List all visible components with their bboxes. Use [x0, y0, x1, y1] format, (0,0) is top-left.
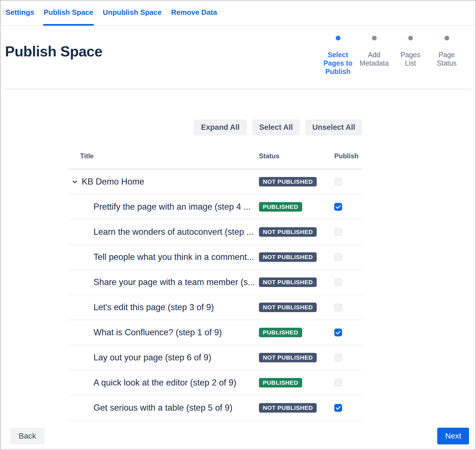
row-status-cell: NOT PUBLISHED [259, 353, 334, 362]
row-publish-cell [334, 303, 362, 311]
page-row-title: Learn the wonders of autoconvert (step .… [93, 227, 254, 237]
page-row-title: Lay out your page (step 6 of 9) [93, 353, 211, 363]
table-row: Lay out your page (step 6 of 9) NOT PUBL… [68, 345, 362, 370]
step-page-status: Page Status [432, 36, 461, 76]
step-label: Select Pages to Publish [323, 51, 353, 76]
expand-all-button[interactable]: Expand All [194, 119, 247, 135]
page-row-title: KB Demo Home [82, 177, 144, 187]
row-status-cell: NOT PUBLISHED [259, 177, 334, 186]
table-row: KB Demo Home NOT PUBLISHED [68, 169, 362, 195]
table-row: Share your page with a team member (s...… [68, 270, 362, 295]
back-button[interactable]: Back [10, 428, 44, 444]
header-divider [4, 89, 472, 89]
wizard-footer: Back Next [10, 428, 469, 444]
row-status-cell: NOT PUBLISHED [259, 227, 334, 237]
row-title-cell: Let's edit this page (step 3 of 9) [68, 302, 259, 312]
row-publish-cell [334, 178, 362, 186]
step-dot-icon [444, 36, 449, 40]
table-body: KB Demo Home NOT PUBLISHED Prettify the … [68, 169, 362, 421]
status-badge: NOT PUBLISHED [259, 177, 317, 186]
row-title-cell: Tell people what you think in a comment.… [68, 252, 259, 262]
row-publish-cell [334, 278, 362, 286]
row-title-cell: Get serious with a table (step 5 of 9) [68, 403, 259, 413]
publish-checkbox[interactable] [334, 303, 342, 311]
row-publish-cell [334, 354, 362, 362]
row-title-cell: Share your page with a team member (s... [68, 277, 259, 287]
page-row-title: Let's edit this page (step 3 of 9) [93, 302, 214, 312]
page-row-title: What is Confluence? (step 1 of 9) [93, 327, 222, 338]
publish-checkbox[interactable] [334, 178, 342, 186]
row-status-cell: NOT PUBLISHED [259, 277, 334, 287]
row-title-cell: KB Demo Home [68, 177, 259, 187]
row-publish-cell [334, 329, 362, 336]
status-badge: PUBLISHED [259, 202, 302, 212]
unselect-all-button[interactable]: Unselect All [305, 119, 362, 135]
step-pages-list: Pages List [396, 36, 425, 76]
row-status-cell: NOT PUBLISHED [259, 303, 334, 312]
row-title-cell: Learn the wonders of autoconvert (step .… [68, 227, 259, 237]
tab-settings[interactable]: Settings [5, 1, 35, 26]
status-badge: NOT PUBLISHED [259, 303, 317, 312]
column-header-status: Status [259, 152, 334, 160]
table-row: What is Confluence? (step 1 of 9) PUBLIS… [68, 320, 362, 345]
page-row-title: Get serious with a table (step 5 of 9) [93, 403, 232, 413]
page-row-title: A quick look at the editor (step 2 of 9) [93, 378, 236, 388]
page-title: Publish Space [5, 43, 102, 60]
step-dot-icon [372, 36, 377, 40]
publish-checkbox[interactable] [334, 329, 342, 336]
page-header: Publish Space Select Pages to Publish Ad… [1, 26, 475, 89]
column-header-publish: Publish [334, 152, 362, 160]
row-status-cell: PUBLISHED [259, 202, 334, 212]
status-badge: NOT PUBLISHED [259, 252, 317, 262]
row-title-cell: Prettify the page with an image (step 4 … [68, 202, 259, 212]
page-row-title: Tell people what you think in a comment.… [93, 252, 254, 262]
step-label: Page Status [432, 51, 461, 67]
table-row: Learn the wonders of autoconvert (step .… [68, 220, 362, 245]
step-label: Add Metadata [359, 51, 389, 67]
table-row: Let's edit this page (step 3 of 9) NOT P… [68, 295, 362, 320]
table-header-row: Title Status Publish [68, 143, 362, 169]
row-status-cell: PUBLISHED [259, 378, 334, 387]
status-badge: PUBLISHED [259, 328, 302, 337]
publish-checkbox[interactable] [334, 404, 342, 412]
step-label: Pages List [396, 51, 425, 67]
publish-checkbox[interactable] [334, 253, 342, 261]
page-row-title: Prettify the page with an image (step 4 … [93, 202, 251, 212]
select-all-button[interactable]: Select All [252, 119, 300, 135]
row-publish-cell [334, 203, 362, 211]
status-badge: NOT PUBLISHED [259, 353, 317, 362]
wizard-stepper: Select Pages to Publish Add Metadata Pag… [323, 36, 461, 76]
row-status-cell: NOT PUBLISHED [259, 403, 334, 413]
publish-checkbox[interactable] [334, 379, 342, 387]
row-publish-cell [334, 228, 362, 236]
row-publish-cell [334, 379, 362, 387]
page-row-title: Share your page with a team member (s... [93, 277, 255, 287]
publish-checkbox[interactable] [334, 228, 342, 236]
tab-publish-space[interactable]: Publish Space [43, 1, 94, 26]
publish-checkbox[interactable] [334, 203, 342, 211]
chevron-down-icon[interactable] [72, 179, 78, 185]
table-toolbar: Expand All Select All Unselect All [1, 119, 362, 135]
step-dot-icon [408, 36, 413, 40]
table-row: A quick look at the editor (step 2 of 9)… [68, 370, 362, 396]
publish-checkbox[interactable] [334, 278, 342, 286]
column-header-title: Title [68, 152, 259, 160]
row-status-cell: PUBLISHED [259, 328, 334, 337]
status-badge: NOT PUBLISHED [259, 227, 317, 237]
tab-unpublish-space[interactable]: Unpublish Space [102, 1, 162, 26]
table-row: Tell people what you think in a comment.… [68, 245, 362, 270]
row-title-cell: Lay out your page (step 6 of 9) [68, 353, 259, 363]
pages-table: Title Status Publish KB Demo Home NOT PU… [68, 143, 362, 421]
row-publish-cell [334, 253, 362, 261]
publish-checkbox[interactable] [334, 354, 342, 362]
row-title-cell: What is Confluence? (step 1 of 9) [68, 327, 259, 338]
step-dot-icon [336, 36, 340, 40]
step-select-pages: Select Pages to Publish [323, 36, 353, 76]
table-row: Get serious with a table (step 5 of 9) N… [68, 396, 362, 421]
next-button[interactable]: Next [437, 428, 469, 444]
tab-bar: Settings Publish Space Unpublish Space R… [1, 1, 475, 26]
status-badge: PUBLISHED [259, 378, 302, 387]
tab-remove-data[interactable]: Remove Data [170, 1, 218, 26]
status-badge: NOT PUBLISHED [259, 277, 317, 287]
table-row: Prettify the page with an image (step 4 … [68, 195, 362, 220]
